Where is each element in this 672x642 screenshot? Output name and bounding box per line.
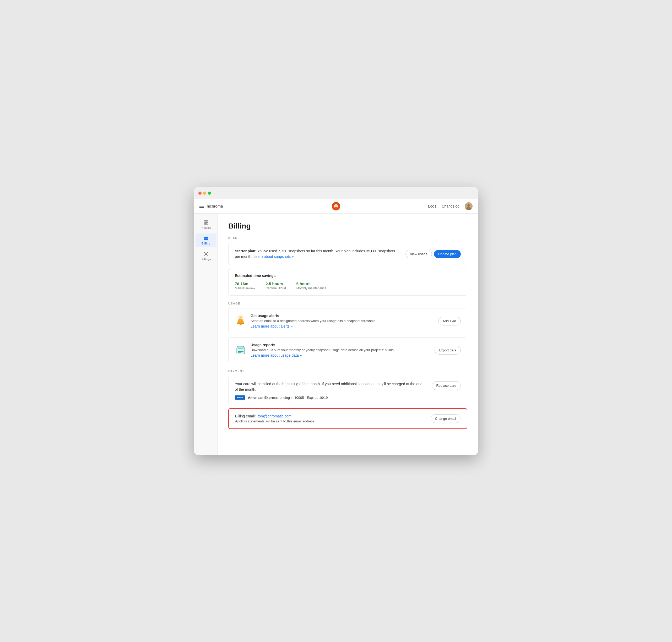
time-savings-metrics: 7d 16m Manual review 2.5 hours Capture D…	[235, 281, 461, 290]
usage-section: USAGE	[228, 302, 467, 363]
svg-rect-24	[238, 348, 243, 349]
metric-value-1: 2.5 hours	[266, 281, 286, 286]
svg-point-3	[467, 204, 470, 207]
billing-email-address[interactable]: tom@chromatic.com	[258, 414, 291, 418]
app-logo	[332, 202, 340, 210]
app-layout: Projects Billing	[194, 214, 478, 455]
replace-card-button[interactable]: Replace card	[432, 381, 461, 390]
nav-left: hichroma	[200, 204, 332, 208]
title-bar	[194, 187, 478, 199]
svg-point-16	[240, 317, 241, 318]
payment-card-inner: Your card will be billed at the beginnin…	[235, 381, 461, 400]
reports-title: Usage reports	[251, 343, 395, 347]
card-details: ending in 10005 - Expires 10/19	[280, 396, 328, 400]
svg-rect-10	[204, 238, 208, 239]
alerts-text: Get usage alerts Send an email to a desi…	[251, 314, 376, 329]
close-button[interactable]	[199, 192, 202, 195]
plan-actions: View usage Update plan	[405, 250, 461, 258]
amex-badge: AMEX	[235, 395, 245, 400]
payment-actions: Replace card	[432, 381, 461, 390]
card-name-text: American Express	[248, 396, 278, 400]
change-email-button[interactable]: Change email	[431, 414, 460, 423]
docs-link[interactable]: Docs	[428, 204, 436, 208]
svg-rect-27	[238, 352, 241, 353]
add-alert-button[interactable]: Add alert	[438, 317, 461, 325]
user-avatar[interactable]	[465, 202, 472, 210]
svg-rect-23	[237, 347, 244, 354]
sidebar-item-label-projects: Projects	[201, 226, 211, 229]
svg-rect-26	[238, 351, 243, 352]
browser-window: hichroma Docs Changelog	[194, 187, 478, 455]
metric-capture-dloud: 2.5 hours Capture Dloud	[266, 281, 286, 290]
alerts-actions: Add alert	[438, 317, 461, 325]
alerts-card: Get usage alerts Send an email to a desi…	[228, 308, 467, 334]
page-title: Billing	[228, 222, 467, 230]
metric-value-2: 6 hours	[296, 281, 326, 286]
payment-section-label: PAYMENT	[228, 370, 467, 373]
alerts-title: Get usage alerts	[251, 314, 376, 318]
maximize-button[interactable]	[208, 192, 211, 195]
plan-card: Starter plan: You've used 7,730 snapshot…	[228, 243, 467, 265]
alerts-card-left: Get usage alerts Send an email to a desi…	[235, 314, 433, 329]
metric-monthly-maintenance: 6 hours Monthly maintenance	[296, 281, 326, 290]
payment-text: Your card will be billed at the beginnin…	[235, 381, 427, 392]
learn-snapshots-link[interactable]: Learn about snapshots »	[253, 255, 294, 259]
billing-email-text: Billing email: tom@chromatic.com	[235, 414, 316, 418]
main-content: Billing PLAN Starter plan: You've used 7…	[218, 214, 478, 455]
reports-card: Usage reports Download a CSV of your mon…	[228, 337, 467, 363]
plan-card-content: Starter plan: You've used 7,730 snapshot…	[235, 248, 400, 259]
traffic-lights	[199, 192, 211, 195]
svg-point-12	[205, 253, 207, 255]
export-data-button[interactable]: Export data	[434, 346, 461, 355]
bell-icon	[235, 316, 246, 327]
billing-email-content: Billing email: tom@chromatic.com Apollo'…	[235, 414, 316, 423]
nav-center	[332, 202, 340, 210]
sidebar: Projects Billing	[194, 214, 218, 455]
billing-email-sub: Apollo's statements will be sent to this…	[235, 419, 316, 423]
svg-rect-11	[204, 239, 205, 239]
svg-rect-14	[237, 323, 244, 324]
plan-label: Starter plan:	[235, 249, 256, 253]
plan-description: Starter plan: You've used 7,730 snapshot…	[235, 248, 400, 259]
sidebar-item-settings[interactable]: Settings	[195, 249, 216, 263]
sidebar-item-billing[interactable]: Billing	[195, 233, 216, 247]
metric-label-2: Monthly maintenance	[296, 286, 326, 290]
view-usage-button[interactable]: View usage	[405, 250, 432, 258]
payment-card-content: Your card will be billed at the beginnin…	[235, 381, 427, 400]
plan-section-label: PLAN	[228, 236, 467, 240]
nav-brand: hichroma	[207, 204, 223, 208]
learn-usage-data-link[interactable]: Learn more about usage data »	[251, 353, 302, 357]
time-savings-title: Estimated time savings	[235, 273, 461, 278]
svg-point-15	[240, 324, 242, 325]
sidebar-item-label-settings: Settings	[201, 258, 211, 261]
changelog-link[interactable]: Changelog	[442, 204, 459, 208]
card-name: American Express ending in 10005 - Expir…	[248, 396, 328, 400]
metric-label-0: Manual review	[235, 286, 255, 290]
update-plan-button[interactable]: Update plan	[434, 250, 461, 258]
minimize-button[interactable]	[203, 192, 206, 195]
learn-alerts-link[interactable]: Learn more about alerts »	[251, 324, 292, 328]
sidebar-item-projects[interactable]: Projects	[195, 218, 216, 231]
usage-section-label: USAGE	[228, 302, 467, 305]
time-savings-card: Estimated time savings 7d 16m Manual rev…	[228, 268, 467, 296]
nav-right: Docs Changelog	[340, 202, 472, 210]
reports-actions: Export data	[434, 346, 461, 355]
billing-email-label: Billing email:	[235, 414, 256, 418]
billing-icon	[203, 235, 208, 241]
svg-rect-6	[206, 221, 208, 222]
metric-manual-review: 7d 16m Manual review	[235, 281, 255, 290]
nav-bar: hichroma Docs Changelog	[194, 199, 478, 214]
svg-rect-8	[204, 223, 206, 224]
report-icon	[235, 345, 246, 356]
svg-rect-7	[206, 222, 208, 224]
payment-card: Your card will be billed at the beginnin…	[228, 376, 467, 405]
hamburger-icon[interactable]	[200, 205, 204, 208]
metric-label-1: Capture Dloud	[266, 286, 286, 290]
billing-email-actions: Change email	[431, 414, 460, 423]
reports-card-left: Usage reports Download a CSV of your mon…	[235, 343, 429, 358]
svg-rect-25	[238, 350, 243, 350]
payment-section: PAYMENT Your card will be billed at the …	[228, 370, 467, 429]
billing-email-card: Billing email: tom@chromatic.com Apollo'…	[228, 408, 467, 429]
sidebar-item-label-billing: Billing	[202, 242, 211, 245]
credit-card-info: AMEX American Express ending in 10005 - …	[235, 395, 427, 400]
